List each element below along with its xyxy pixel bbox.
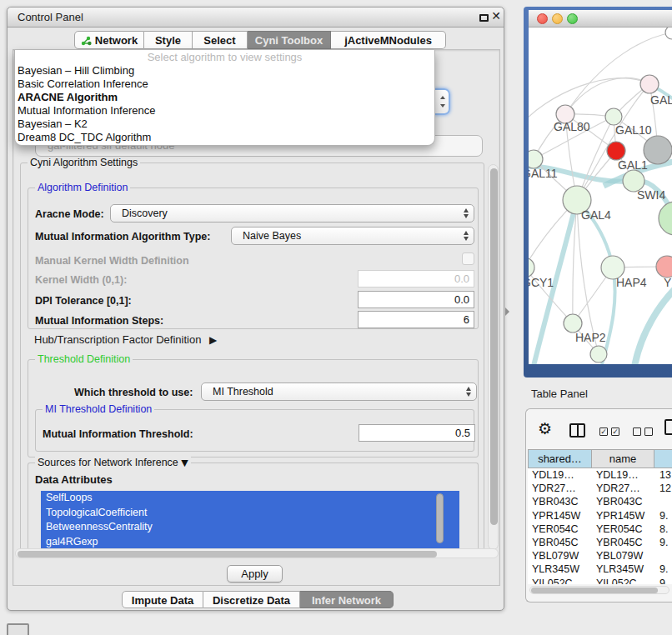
network-graph[interactable]: GALGAL80GAL10GAL1GAL11SWI4GAL4GCY1HAP4YH…	[529, 28, 672, 364]
table-row[interactable]: YLR345WYLR345W9.	[528, 562, 672, 576]
float-window-icon[interactable]	[479, 14, 489, 22]
mi-threshold-field[interactable]: 0.5	[359, 424, 475, 442]
mac-zoom-button[interactable]	[567, 13, 578, 24]
table-cell[interactable]: YDL19…	[592, 468, 654, 482]
table-cell[interactable]: YBR045C	[592, 536, 654, 549]
network-canvas[interactable]: GALGAL80GAL10GAL1GAL11SWI4GAL4GCY1HAP4YH…	[529, 28, 672, 364]
tab-style[interactable]: Style	[144, 31, 193, 49]
close-icon[interactable]: ✕	[491, 9, 501, 22]
apply-button[interactable]: Apply	[227, 565, 283, 582]
data-attribute-item[interactable]: BetweennessCentrality	[41, 520, 459, 535]
data-attribute-item[interactable]: TopologicalCoefficient	[41, 506, 459, 521]
table-cell[interactable]: YER054C	[528, 522, 592, 536]
network-node-hap2[interactable]	[564, 314, 582, 332]
tab-select[interactable]: Select	[193, 31, 248, 49]
dpi-tolerance-field[interactable]: 0.0	[358, 291, 474, 308]
data-attribute-item[interactable]: gal4RGexp	[41, 535, 459, 550]
table-row[interactable]: YBR043CYBR043C	[528, 495, 672, 508]
column-header-cut[interactable]	[654, 449, 672, 468]
algorithm-option[interactable]: Bayesian – Hill Climbing	[15, 64, 434, 78]
mac-close-button[interactable]	[537, 13, 548, 24]
table-cell[interactable]: YLR345W	[528, 562, 592, 576]
gear-icon[interactable]: ⚙	[538, 418, 552, 439]
table-row[interactable]: YIL052CYIL052C9	[528, 577, 672, 585]
algorithm-option[interactable]: Dream8 DC_TDC Algorithm	[15, 131, 434, 144]
network-node[interactable]	[659, 202, 672, 235]
table-cell[interactable]	[654, 495, 672, 508]
tab-jactivemnodules[interactable]: jActiveMNodules	[331, 31, 446, 49]
table-cell[interactable]: 12	[654, 482, 672, 495]
table-cell[interactable]: 9.	[654, 562, 672, 576]
algorithm-option[interactable]: Basic Correlation Inference	[15, 78, 434, 91]
settings-horizontal-scrollbar[interactable]	[15, 548, 499, 558]
network-node-y[interactable]	[656, 256, 672, 278]
table-cell[interactable]: YDR27…	[592, 482, 654, 495]
aracne-mode-combo[interactable]: Discovery	[110, 204, 474, 222]
network-node-gal11[interactable]	[529, 150, 543, 168]
table-row[interactable]: YBL079WYBL079W	[528, 549, 672, 562]
check-all-icon[interactable]: ✓	[599, 428, 608, 436]
check-all-icon-2[interactable]: ✓	[611, 428, 619, 436]
horizontal-scrollbar-thumb[interactable]	[18, 551, 437, 558]
table-cell[interactable]: 9	[654, 577, 672, 585]
table-horizontal-scrollbar[interactable]	[529, 586, 669, 594]
table-row[interactable]: YBR045CYBR045C9.	[528, 536, 672, 549]
table-cell[interactable]: 9.	[654, 509, 672, 522]
table-cell[interactable]: YPR145W	[528, 509, 592, 522]
table-cell[interactable]: YBR043C	[528, 495, 592, 508]
table-cell[interactable]: 8.	[654, 522, 672, 536]
network-node[interactable]	[644, 136, 672, 164]
panel-splitter-handle[interactable]	[505, 308, 509, 316]
data-attribute-item[interactable]: SelfLoops	[41, 491, 459, 506]
table-row[interactable]: YPR145WYPR145W9.	[528, 509, 672, 522]
collapse-arrow-icon[interactable]: ▼	[181, 458, 188, 468]
table-cell[interactable]: YIL052C	[528, 577, 592, 585]
table-row[interactable]: YDL19…YDL19…13	[528, 468, 672, 482]
table-cell[interactable]: YDR27…	[528, 482, 592, 495]
kernel-width-field[interactable]: 0.0	[358, 270, 474, 288]
attributes-list-scrollbar[interactable]	[436, 493, 444, 543]
table-row[interactable]: YER054CYER054C8.	[528, 522, 672, 536]
network-node-gcy1[interactable]	[529, 258, 534, 278]
settings-scrollbar-thumb[interactable]	[490, 168, 498, 525]
table-row[interactable]: YDR27…YDR27…12	[528, 482, 672, 495]
tab-discretize-data[interactable]: Discretize Data	[203, 591, 300, 608]
minimized-panel-icon[interactable]	[7, 623, 29, 635]
column-header-name[interactable]: name	[592, 449, 654, 468]
uncheck-all-icon-2[interactable]	[644, 428, 653, 436]
table-cell[interactable]: YBL079W	[528, 549, 592, 562]
algorithm-option[interactable]: ARACNE Algorithm	[15, 91, 434, 104]
table-cell[interactable]: YDL19…	[528, 468, 592, 482]
network-node-gal1[interactable]	[607, 142, 625, 160]
table-cell[interactable]: YBR043C	[592, 495, 654, 508]
table-cell[interactable]: YBR045C	[528, 536, 592, 549]
manual-kernel-width-checkbox[interactable]	[462, 252, 474, 265]
document-icon[interactable]	[664, 419, 672, 435]
column-header-shared[interactable]: shared…	[528, 449, 592, 468]
inference-algorithm-combo-fragment[interactable]	[434, 88, 450, 115]
algorithm-option[interactable]: Bayesian – K2	[15, 118, 434, 131]
expand-arrow-icon[interactable]: ▶	[209, 334, 217, 346]
table-cell[interactable]	[654, 549, 672, 562]
algorithm-option[interactable]: Mutual Information Inference	[15, 104, 434, 118]
table-cell[interactable]: YLR345W	[592, 562, 654, 576]
tab-network[interactable]: Network	[74, 31, 144, 49]
network-window-titlebar[interactable]	[529, 10, 672, 28]
table-cell[interactable]: 9.	[654, 536, 672, 549]
table-cell[interactable]: YIL052C	[592, 577, 654, 585]
tab-cyni-toolbox[interactable]: Cyni Toolbox	[248, 31, 331, 49]
mi-steps-field[interactable]: 6	[358, 311, 474, 328]
settings-vertical-scrollbar[interactable]	[488, 164, 499, 550]
tab-infer-network[interactable]: Infer Network	[300, 591, 394, 608]
network-node-gal10[interactable]	[605, 108, 622, 125]
network-node[interactable]	[665, 28, 672, 39]
which-threshold-combo[interactable]: MI Threshold	[201, 382, 477, 401]
table-scrollbar-thumb[interactable]	[531, 588, 658, 593]
mac-minimize-button[interactable]	[552, 13, 563, 24]
table-cell[interactable]: YER054C	[592, 522, 654, 536]
network-node-gal[interactable]	[640, 75, 659, 93]
hub-factor-section[interactable]: Hub/Transcription Factor Definition ▶	[34, 333, 217, 346]
mi-algorithm-type-combo[interactable]: Naive Bayes	[231, 227, 474, 245]
column-layout-icon[interactable]	[569, 423, 585, 438]
table-cell[interactable]: 13	[654, 468, 672, 482]
